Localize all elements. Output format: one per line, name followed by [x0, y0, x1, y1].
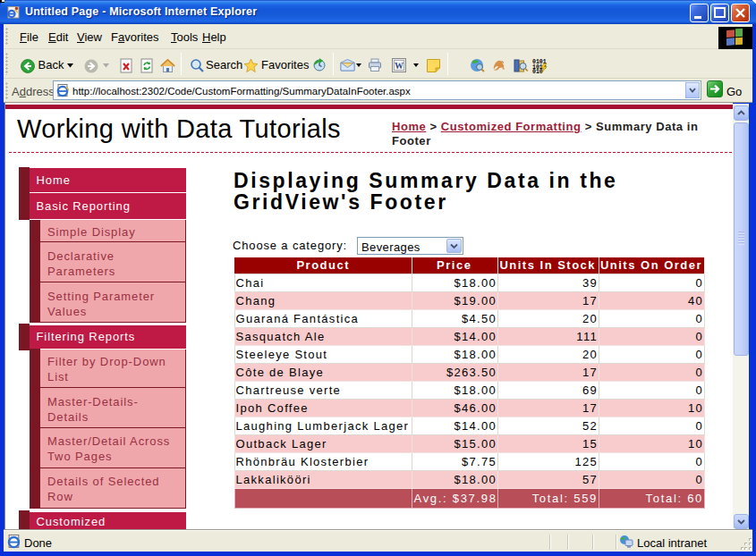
- svg-text:010: 010: [532, 69, 543, 73]
- svg-text:W: W: [395, 61, 403, 71]
